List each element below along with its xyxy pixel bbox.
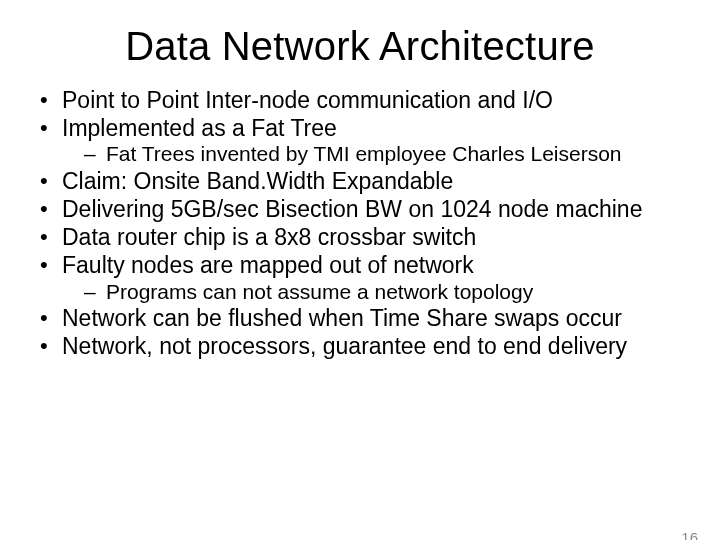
bullet-text: Network can be flushed when Time Share s… [62, 305, 622, 331]
bullet-text: Point to Point Inter-node communication … [62, 87, 553, 113]
bullet-item: Network can be flushed when Time Share s… [36, 305, 690, 332]
bullet-text: Programs can not assume a network topolo… [106, 280, 533, 303]
bullet-text: Data router chip is a 8x8 crossbar switc… [62, 224, 476, 250]
bullet-text: Faulty nodes are mapped out of network [62, 252, 474, 278]
slide-body: Point to Point Inter-node communication … [0, 87, 720, 361]
bullet-item: Implemented as a Fat Tree Fat Trees inve… [36, 115, 690, 167]
sub-bullet-item: Fat Trees invented by TMI employee Charl… [82, 142, 690, 167]
bullet-list: Point to Point Inter-node communication … [36, 87, 690, 361]
bullet-text: Network, not processors, guarantee end t… [62, 333, 627, 359]
slide-title: Data Network Architecture [0, 24, 720, 69]
bullet-item: Network, not processors, guarantee end t… [36, 333, 690, 360]
bullet-item: Point to Point Inter-node communication … [36, 87, 690, 114]
bullet-text: Implemented as a Fat Tree [62, 115, 337, 141]
bullet-text: Delivering 5GB/sec Bisection BW on 1024 … [62, 196, 642, 222]
bullet-item: Data router chip is a 8x8 crossbar switc… [36, 224, 690, 251]
bullet-item: Delivering 5GB/sec Bisection BW on 1024 … [36, 196, 690, 223]
bullet-item: Claim: Onsite Band.Width Expandable [36, 168, 690, 195]
sub-bullet-item: Programs can not assume a network topolo… [82, 280, 690, 305]
bullet-item: Faulty nodes are mapped out of network P… [36, 252, 690, 304]
page-number: 16 [681, 529, 698, 540]
bullet-text: Claim: Onsite Band.Width Expandable [62, 168, 453, 194]
bullet-text: Fat Trees invented by TMI employee Charl… [106, 142, 622, 165]
sub-bullet-list: Fat Trees invented by TMI employee Charl… [62, 142, 690, 167]
sub-bullet-list: Programs can not assume a network topolo… [62, 280, 690, 305]
slide: Data Network Architecture Point to Point… [0, 24, 720, 540]
